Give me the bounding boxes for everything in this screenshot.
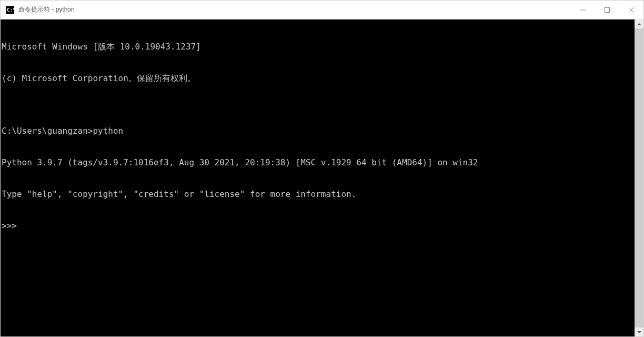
window-controls (571, 1, 643, 19)
window-title: 命令提示符 - python (18, 5, 571, 14)
scrollbar-up-arrow-icon[interactable] (635, 19, 643, 28)
svg-text:C:\: C:\ (7, 7, 14, 13)
terminal-line: C:\Users\guangzan>python (2, 126, 635, 136)
close-button[interactable] (619, 1, 643, 19)
maximize-button[interactable] (595, 1, 619, 19)
terminal-line: Python 3.9.7 (tags/v3.9.7:1016ef3, Aug 3… (2, 157, 635, 168)
terminal-line: >>> (2, 221, 635, 231)
svg-rect-3 (605, 7, 610, 12)
titlebar[interactable]: C:\ 命令提示符 - python (1, 1, 643, 19)
minimize-button[interactable] (571, 1, 595, 19)
command-prompt-window: C:\ 命令提示符 - python (0, 0, 644, 337)
terminal-content[interactable]: Microsoft Windows [版本 10.0.19043.1237] (… (1, 19, 635, 336)
scrollbar-down-arrow-icon[interactable] (635, 328, 643, 336)
svg-marker-6 (637, 23, 641, 25)
cmd-icon: C:\ (6, 6, 14, 14)
terminal-line: Type "help", "copyright", "credits" or "… (2, 189, 635, 200)
terminal-line: (c) Microsoft Corporation。保留所有权利。 (2, 73, 635, 84)
vertical-scrollbar[interactable] (635, 19, 643, 336)
terminal-area: Microsoft Windows [版本 10.0.19043.1237] (… (1, 19, 643, 336)
terminal-line: Microsoft Windows [版本 10.0.19043.1237] (2, 42, 635, 52)
scrollbar-thumb[interactable] (635, 28, 643, 328)
scrollbar-track[interactable] (635, 28, 643, 328)
svg-marker-7 (637, 331, 641, 333)
